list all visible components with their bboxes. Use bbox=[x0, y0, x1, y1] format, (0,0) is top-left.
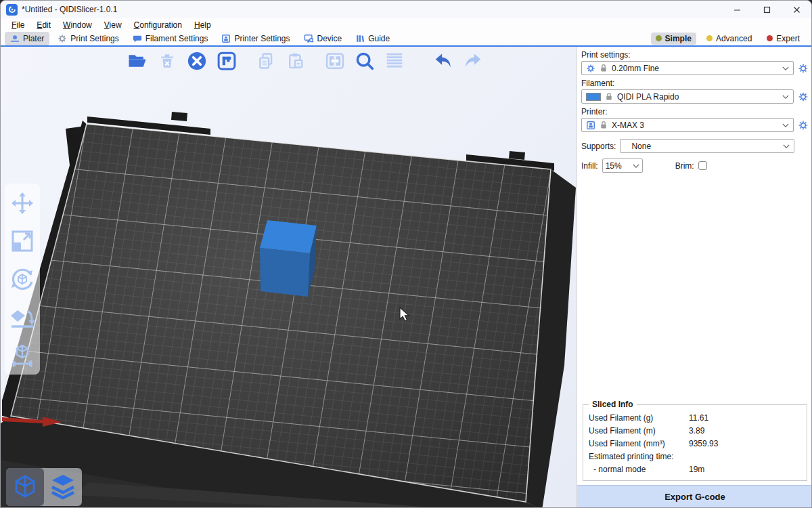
view-mode-toggle bbox=[6, 468, 82, 506]
brim-checkbox[interactable] bbox=[698, 161, 707, 170]
titlebar: *Untitled - QIDISlicer-1.0.1 bbox=[1, 1, 811, 18]
sliced-info-row: - normal mode 19m bbox=[589, 463, 801, 476]
arrange-button[interactable] bbox=[216, 49, 238, 72]
delete-all-button[interactable] bbox=[186, 49, 208, 72]
chevron-down-icon bbox=[782, 123, 789, 128]
close-button[interactable] bbox=[782, 1, 811, 18]
delete-button[interactable] bbox=[156, 49, 178, 72]
gear-icon bbox=[58, 34, 67, 43]
sliced-info-row: Used Filament (g) 11.61 bbox=[589, 412, 801, 425]
advanced-dot-icon bbox=[706, 35, 713, 41]
infill-combo[interactable]: 15% bbox=[602, 158, 643, 173]
export-gcode-button[interactable]: Export G-code bbox=[577, 485, 812, 507]
print-settings-value: 0.20mm Fine bbox=[612, 64, 778, 73]
gear-icon bbox=[586, 64, 595, 73]
printer-value: X-MAX 3 bbox=[612, 121, 778, 130]
chevron-down-icon bbox=[782, 94, 789, 100]
tab-device[interactable]: Device bbox=[298, 32, 348, 45]
sliced-info-panel: Sliced Info Used Filament (g) 11.61 Used… bbox=[583, 404, 807, 481]
sidebar: Print settings: 0.20mm Fine Filament: QI… bbox=[577, 47, 812, 507]
printer-combo[interactable]: X-MAX 3 bbox=[581, 118, 794, 132]
open-button[interactable] bbox=[127, 49, 148, 72]
menu-view[interactable]: View bbox=[99, 20, 127, 30]
menu-file[interactable]: File bbox=[6, 20, 30, 30]
print-settings-gear-button[interactable] bbox=[797, 62, 809, 74]
search-button[interactable] bbox=[354, 49, 376, 72]
blue-cube-object[interactable] bbox=[260, 220, 317, 297]
undo-button[interactable] bbox=[432, 49, 454, 72]
supports-combo[interactable]: None bbox=[620, 139, 794, 153]
chevron-down-icon bbox=[782, 66, 789, 71]
printer-gear-button[interactable] bbox=[797, 119, 809, 131]
tab-printer-settings[interactable]: Printer Settings bbox=[216, 32, 295, 45]
split-objects-button[interactable] bbox=[324, 49, 346, 72]
place-on-face-tool-button[interactable] bbox=[8, 303, 37, 331]
viewport-3d[interactable] bbox=[1, 47, 577, 508]
sliced-info-row: Used Filament (m) 3.89 bbox=[589, 425, 801, 438]
printer-icon bbox=[221, 34, 231, 43]
mode-switcher: Simple Advanced Expert bbox=[651, 33, 807, 45]
copy-button[interactable] bbox=[255, 49, 277, 72]
supports-value: None bbox=[625, 142, 779, 151]
tabbar: Plater Print Settings Filament Settings … bbox=[1, 31, 811, 47]
simple-dot-icon bbox=[656, 35, 662, 41]
printer-label: Printer: bbox=[581, 107, 807, 117]
mode-expert[interactable]: Expert bbox=[762, 33, 805, 45]
expert-dot-icon bbox=[767, 35, 773, 41]
plater-icon bbox=[10, 34, 20, 43]
redo-button[interactable] bbox=[462, 49, 484, 72]
menu-window[interactable]: Window bbox=[58, 20, 97, 30]
window-title: *Untitled - QIDISlicer-1.0.1 bbox=[22, 5, 117, 14]
menu-edit[interactable]: Edit bbox=[31, 20, 56, 30]
device-icon bbox=[304, 34, 314, 43]
variable-layer-height-button[interactable] bbox=[384, 49, 405, 72]
layers-preview-button[interactable] bbox=[44, 468, 82, 506]
rotate-tool-button[interactable] bbox=[8, 265, 37, 293]
tab-plater[interactable]: Plater bbox=[5, 32, 49, 45]
menu-configuration[interactable]: Configuration bbox=[129, 20, 187, 30]
sliced-info-row: Used Filament (mm³) 9359.93 bbox=[589, 438, 801, 450]
printer-icon bbox=[586, 121, 595, 130]
tab-guide[interactable]: Guide bbox=[350, 32, 395, 45]
minimize-button[interactable] bbox=[722, 1, 752, 18]
tab-filament-settings[interactable]: Filament Settings bbox=[127, 32, 214, 45]
move-tool-button[interactable] bbox=[8, 189, 37, 217]
maximize-button[interactable] bbox=[752, 1, 782, 18]
supports-label: Supports: bbox=[581, 142, 616, 151]
infill-value: 15% bbox=[606, 161, 629, 171]
filament-icon bbox=[133, 34, 142, 43]
qidislicer-logo-icon bbox=[6, 4, 18, 16]
gizmo-toolbar bbox=[5, 184, 40, 375]
chevron-down-icon bbox=[633, 163, 639, 169]
brim-label: Brim: bbox=[675, 161, 694, 171]
app-window: *Untitled - QIDISlicer-1.0.1 File Edit W… bbox=[0, 0, 812, 508]
lock-icon bbox=[600, 64, 608, 72]
scale-tool-button[interactable] bbox=[8, 227, 37, 255]
print-settings-combo[interactable]: 0.20mm Fine bbox=[581, 61, 794, 75]
measure-tool-button[interactable] bbox=[8, 341, 37, 369]
lock-icon bbox=[605, 92, 613, 101]
filament-color-swatch bbox=[586, 93, 601, 101]
sliced-info-row: Estimated printing time: bbox=[589, 450, 801, 463]
guide-icon bbox=[355, 34, 365, 43]
mode-advanced[interactable]: Advanced bbox=[702, 33, 757, 45]
tab-print-settings[interactable]: Print Settings bbox=[52, 32, 124, 45]
print-settings-label: Print settings: bbox=[581, 50, 807, 60]
paste-button[interactable] bbox=[285, 49, 307, 72]
build-plate-scene bbox=[1, 47, 577, 508]
chevron-down-icon bbox=[783, 144, 790, 149]
sliced-info-title: Sliced Info bbox=[589, 400, 637, 409]
infill-label: Infill: bbox=[581, 161, 598, 171]
menubar: File Edit Window View Configuration Help bbox=[1, 18, 811, 31]
mode-simple[interactable]: Simple bbox=[651, 33, 696, 45]
top-toolbar bbox=[127, 49, 484, 72]
filament-value: QIDI PLA Rapido bbox=[617, 92, 778, 102]
filament-label: Filament: bbox=[581, 79, 807, 88]
editor-3d-view-button[interactable] bbox=[6, 468, 44, 506]
filament-combo[interactable]: QIDI PLA Rapido bbox=[581, 89, 794, 104]
menu-help[interactable]: Help bbox=[189, 20, 217, 30]
lock-icon bbox=[600, 121, 608, 129]
filament-gear-button[interactable] bbox=[797, 91, 809, 102]
